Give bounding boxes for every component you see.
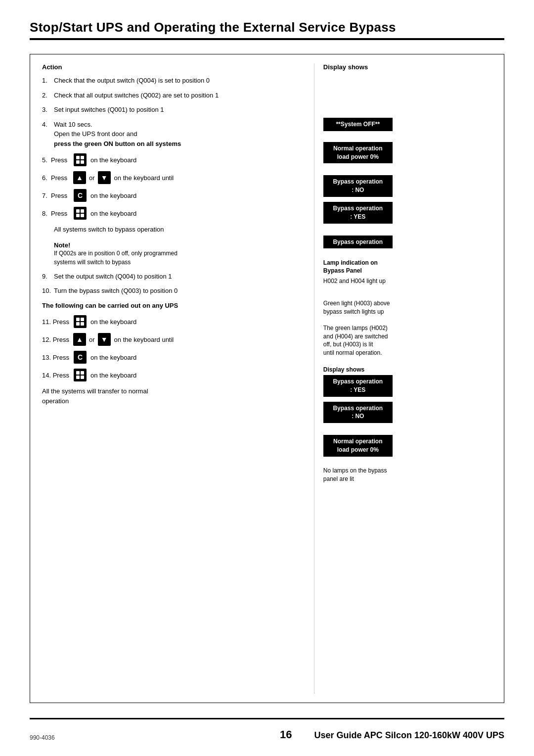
step-tail: on the keyboard: [90, 210, 136, 217]
step-num: 3.: [42, 105, 54, 115]
step-num: 5. Press: [42, 156, 72, 164]
step-13: 13. Press C on the keyboard: [42, 351, 302, 364]
step-num: 7. Press: [42, 192, 72, 199]
step-all-transfer: All the systems will transfer to normalo…: [42, 386, 302, 406]
action-header: Action: [42, 63, 302, 71]
up-arrow-icon-2: ▲: [73, 333, 86, 346]
up-arrow-icon: ▲: [73, 171, 86, 184]
step-num: 1.: [42, 76, 54, 86]
title-underline: [30, 38, 504, 40]
step-num: 14. Press: [42, 372, 72, 379]
part-number: 990-4036: [30, 734, 55, 741]
step-6: 6. Press ▲ or ▼ on the keyboard until: [42, 171, 302, 184]
step-tail: on the keyboard until: [114, 174, 174, 182]
step-content: Wait 10 secs. Open the UPS front door an…: [54, 120, 302, 149]
spacer: [323, 136, 495, 142]
grid-key-icon-4: [74, 369, 87, 381]
step-tail: on the keyboard until: [114, 336, 174, 343]
step-content: Turn the bypass switch (Q003) to positio…: [54, 286, 302, 296]
step-num: 11. Press: [42, 318, 72, 326]
note-text: If Q002s are in position 0 off, only pro…: [54, 249, 302, 267]
display-shows-label-2: Display shows: [323, 365, 495, 373]
display-normal-op-2: Normal operationload power 0%: [323, 435, 495, 458]
footer-content: 990-4036 16 User Guide APC Silcon 120-16…: [30, 724, 504, 741]
spacer-after-no: [323, 428, 495, 435]
note-box: Note! If Q002s are in position 0 off, on…: [42, 241, 302, 267]
display-bypass-yes-2: Bypass operation: YES: [323, 375, 495, 398]
page-title: Stop/Start UPS and Operating the Externa…: [30, 20, 504, 35]
spacer-step9: [323, 290, 495, 299]
step-num: 13. Press: [42, 354, 72, 361]
spacer-after-normal: [323, 462, 495, 467]
content-box: Action 1. Check that the output switch (…: [30, 54, 504, 703]
step-11: 11. Press on the keyboard: [42, 315, 302, 328]
c-key-icon-2: C: [74, 351, 87, 364]
step-all-systems: All systems switch to bypass operation: [42, 225, 302, 235]
display-system-off: **System OFF**: [323, 118, 495, 132]
guide-title: User Guide APC Silcon 120-160kW 400V UPS: [314, 730, 505, 740]
system-off-box: **System OFF**: [323, 118, 393, 131]
step-bold-content: The following can be carried out on any …: [42, 301, 302, 311]
bypass-plain-box: Bypass operation: [323, 236, 393, 249]
footer-right-content: 16 User Guide APC Silcon 120-160kW 400V …: [280, 728, 504, 741]
left-column: Action 1. Check that the output switch (…: [30, 63, 314, 694]
step-content: All systems switch to bypass operation: [42, 225, 302, 235]
display-bypass-yes: Bypass operation: YES: [323, 202, 495, 225]
bypass-no-box-2: Bypass operation: NO: [323, 402, 393, 424]
step-4: 4. Wait 10 secs. Open the UPS front door…: [42, 120, 302, 149]
step-tail: on the keyboard: [90, 354, 136, 361]
step-num: 9.: [42, 272, 54, 282]
right-column: Display shows **System OFF** Normal oper…: [314, 63, 504, 694]
step-num: 8. Press: [42, 210, 72, 217]
display-bypass-no-2: Bypass operation: NO: [323, 402, 495, 425]
step-7: 7. Press C on the keyboard: [42, 189, 302, 202]
spacer-step5: [323, 168, 495, 175]
step-content: All the systems will transfer to normalo…: [42, 386, 302, 406]
step-content: Check that the output switch (Q004) is s…: [54, 76, 302, 86]
step-10: 10. Turn the bypass switch (Q003) to pos…: [42, 286, 302, 296]
bypass-no-box: Bypass operation: NO: [323, 175, 393, 197]
green-lamps-text: The green lamps (H002)and (H004) are swi…: [323, 324, 495, 357]
normal-op-box: Normal operationload power 0%: [323, 142, 393, 164]
or-label: or: [89, 174, 95, 182]
step-1: 1. Check that the output switch (Q004) i…: [42, 76, 302, 86]
step-content: Check that all output switches (Q002) ar…: [54, 91, 302, 100]
grid-key-icon: [74, 153, 87, 166]
step-tail: on the keyboard: [90, 156, 136, 164]
step-num: 10.: [42, 286, 54, 296]
step-3: 3. Set input switches (Q001) to position…: [42, 105, 302, 115]
note-title: Note!: [54, 241, 302, 249]
grid-key-icon-3: [74, 315, 87, 328]
display-normal-op: Normal operationload power 0%: [323, 142, 495, 165]
step-tail: on the keyboard: [90, 192, 136, 199]
step-tail: on the keyboard: [90, 318, 136, 326]
step-14: 14. Press on the keyboard: [42, 369, 302, 381]
h003-text: Green light (H003) abovebypass switch li…: [323, 299, 495, 316]
grid-key-icon-2: [74, 207, 87, 220]
display-shows-header: Display shows: [323, 63, 495, 71]
spacer-steps-1-3: [323, 76, 495, 118]
bypass-yes-box-2: Bypass operation: YES: [323, 375, 393, 397]
normal-op-box-2: Normal operationload power 0%: [323, 435, 393, 457]
or-label-2: or: [89, 336, 95, 343]
spacer-step8: [323, 229, 495, 236]
step-9: 9. Set the output switch (Q004) to posit…: [42, 272, 302, 282]
down-arrow-icon: ▼: [98, 171, 111, 184]
h002-h004-text: H002 and H004 light up: [323, 277, 495, 285]
footer: 990-4036 16 User Guide APC Silcon 120-16…: [30, 718, 504, 741]
step-content: Set input switches (Q001) to position 1: [54, 105, 302, 115]
down-arrow-icon-2: ▼: [98, 333, 111, 346]
step-num: 2.: [42, 91, 54, 100]
page-number: 16: [280, 728, 292, 741]
step-section-note: The following can be carried out on any …: [42, 301, 302, 311]
bypass-yes-box: Bypass operation: YES: [323, 202, 393, 224]
lamp-indication-label: Lamp indication onBypass Panel: [323, 258, 495, 274]
step-2: 2. Check that all output switches (Q002)…: [42, 91, 302, 100]
step-num: 12. Press: [42, 336, 72, 343]
footer-line: [30, 718, 504, 719]
step-num: 4.: [42, 120, 54, 130]
step-8: 8. Press on the keyboard: [42, 207, 302, 220]
step-content: Set the output switch (Q004) to position…: [54, 272, 302, 282]
step-num: 6. Press: [42, 174, 72, 182]
page-wrapper: Stop/Start UPS and Operating the Externa…: [0, 0, 534, 756]
